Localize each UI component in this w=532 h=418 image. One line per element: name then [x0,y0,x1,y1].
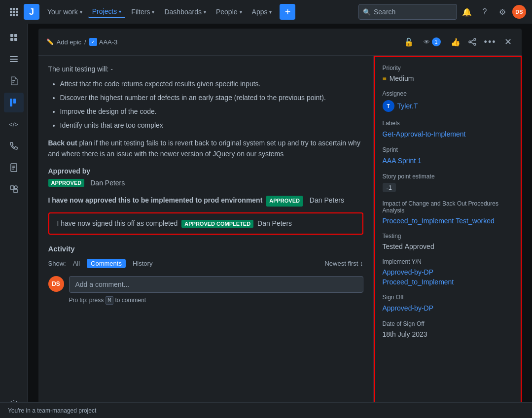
thumbs-up-button[interactable]: 👍 [449,35,462,49]
nav-your-work[interactable]: Your work ▾ [43,6,86,18]
svg-rect-26 [14,189,17,193]
implement-tag-2[interactable]: Proceed_to_Implement [383,278,513,286]
nav-projects[interactable]: Projects ▾ [88,5,126,18]
sprint-value[interactable]: AAA Sprint 1 [383,157,422,165]
search-icon: 🔍 [363,8,371,16]
filter-comments[interactable]: Comments [87,259,126,268]
close-button[interactable]: ✕ [502,35,514,49]
modal-overlay[interactable]: ✏️ Add epic / ✓ AAA-3 🔓 👁 1 👍 [28,24,532,418]
svg-rect-12 [14,38,17,41]
sidebar-doc-icon[interactable] [4,71,24,91]
help-icon[interactable]: ? [477,4,493,20]
sidebar-list-icon[interactable] [4,49,24,69]
sidebar-code-icon[interactable]: </> [4,114,24,134]
approval-message: I have now approved this to be implement… [48,195,363,207]
svg-rect-17 [12,82,14,83]
assignee-avatar: T [383,100,394,112]
eye-icon: 👁 [424,38,430,46]
list-item: Attest that the code returns expected re… [60,78,363,90]
breadcrumb-ticket[interactable]: ✓ AAA-3 [89,38,118,46]
svg-rect-6 [10,14,12,16]
svg-rect-20 [17,99,18,99]
watch-button[interactable]: 👁 1 [420,35,445,48]
svg-rect-5 [16,11,18,13]
modal-body: The unit testing will: - Attest that the… [38,56,522,413]
svg-rect-11 [10,38,13,41]
testing-tag-2[interactable]: Approved [405,243,434,250]
svg-line-33 [471,42,474,44]
testing-tag-1[interactable]: Tested [383,243,403,250]
svg-rect-14 [10,59,18,60]
list-item: Improve the design of the code. [60,106,363,118]
jira-logo[interactable]: J [24,4,39,20]
modal-header: ✏️ Add epic / ✓ AAA-3 🔓 👁 1 👍 [38,29,522,56]
chevron-down-icon: ▾ [152,9,154,15]
chevron-down-icon: ▾ [80,9,82,15]
impact-tag-1[interactable]: Proceed_to_Implement [383,217,454,225]
svg-rect-8 [16,14,18,16]
date-signoff-field: Date of Sign Off 18th July 2023 [383,320,513,338]
create-button[interactable]: + [280,4,295,20]
date-signoff-label: Date of Sign Off [383,320,513,327]
nav-dashboards[interactable]: Dashboards ▾ [160,6,210,18]
sprint-label: Sprint [383,146,513,153]
settings-nav-icon[interactable]: ⚙ [495,4,510,20]
filter-all[interactable]: All [70,259,83,268]
intro-text: The unit testing will: - [48,64,363,74]
svg-rect-7 [13,14,15,16]
svg-rect-15 [10,61,18,62]
activity-section: Activity Show: All Comments History Newe… [48,244,363,304]
svg-rect-2 [16,8,18,10]
implement-tag-1[interactable]: Approved-by-DP [383,268,513,276]
svg-rect-10 [14,34,17,37]
sidebar-shape-icon[interactable] [4,179,24,199]
story-point-value[interactable]: -1 [383,183,396,192]
comment-input[interactable]: Add a comment... [69,276,363,293]
user-comment-avatar: DS [48,276,64,292]
share-button[interactable] [466,36,478,48]
user-avatar[interactable]: DS [512,5,526,19]
lock-button[interactable]: 🔓 [402,35,416,49]
assignee-label: Assignee [383,90,513,97]
implement-label: Implement Y/N [383,258,513,265]
nav-filters[interactable]: Filters ▾ [127,6,158,18]
implement-field: Implement Y/N Approved-by-DP Proceed_to_… [383,258,513,286]
priority-label: Priority [383,65,513,71]
issue-modal: ✏️ Add epic / ✓ AAA-3 🔓 👁 1 👍 [38,29,522,413]
priority-value[interactable]: Medium [390,74,414,82]
nav-people[interactable]: People ▾ [212,6,246,18]
top-navigation: J Your work ▾ Projects ▾ Filters ▾ Dashb… [0,0,532,24]
svg-rect-1 [13,8,15,10]
sidebar-home-icon[interactable] [4,28,24,47]
approved-completed-badge: APPROVED COMPLETED [181,220,253,228]
svg-point-29 [474,38,476,40]
svg-rect-4 [13,11,15,13]
activity-filter-row: Show: All Comments History Newest first … [48,259,363,268]
signoff-value[interactable]: Approved-by-DP [383,304,434,312]
watch-count: 1 [432,37,441,46]
more-options-button[interactable]: ••• [482,35,498,49]
priority-icon: ≡ [383,74,387,82]
nav-apps[interactable]: Apps ▾ [248,6,276,18]
modal-left-panel: The unit testing will: - Attest that the… [38,56,374,413]
breadcrumb-add-epic[interactable]: Add epic [57,38,82,46]
newest-first-button[interactable]: Newest first ↕ [324,260,363,267]
nav-icon-group: 🔔 ? ⚙ DS [459,4,526,20]
labels-field: Labels Get-Approval-to-Implement [383,120,513,139]
svg-point-30 [469,41,471,43]
notifications-icon[interactable]: 🔔 [459,4,475,20]
assignee-name[interactable]: Tyler.T [397,102,418,110]
filter-history[interactable]: History [130,259,155,268]
grid-menu-icon[interactable] [6,4,22,20]
impact-tag-2[interactable]: Test_worked [456,217,495,225]
show-label: Show: [48,260,66,267]
search-bar[interactable]: 🔍 Search [358,4,457,20]
svg-rect-25 [10,186,14,189]
labels-value[interactable]: Get-Approval-to-Implement [383,130,466,138]
main-area: ✏️ Add epic / ✓ AAA-3 🔓 👁 1 👍 [28,24,532,418]
sidebar-board-icon[interactable] [4,93,24,112]
sidebar-page-icon[interactable] [4,158,24,177]
impact-tags: Proceed_to_Implement Test_worked [383,217,513,225]
chevron-down-icon: ▾ [240,9,242,15]
sidebar-phone-icon[interactable] [4,136,24,156]
